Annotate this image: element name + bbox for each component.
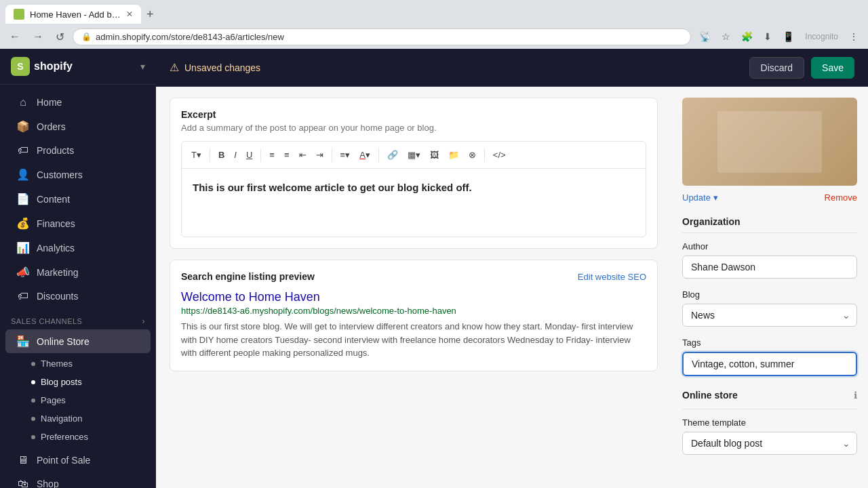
store-dropdown-icon[interactable]: ▾ <box>140 61 145 72</box>
save-button[interactable]: Save <box>811 57 854 79</box>
table-button[interactable]: ▦ ▾ <box>403 147 425 163</box>
sales-channels-section: Sales channels › <box>0 308 156 329</box>
sidebar-item-content[interactable]: 📄 Content <box>5 187 151 211</box>
sidebar-item-label: Content <box>37 194 70 205</box>
phone-icon[interactable]: 📱 <box>778 28 798 45</box>
sidebar-header: S shopify ▾ <box>0 49 156 85</box>
sidebar-subitem-navigation[interactable]: Navigation <box>31 409 156 428</box>
table-icon: ▦ <box>408 150 416 160</box>
blog-select[interactable]: News Main Blog Updates <box>682 304 857 327</box>
unsaved-label: Unsaved changes <box>184 62 260 73</box>
source-button[interactable]: </> <box>489 147 510 163</box>
tab-close-button[interactable]: ✕ <box>126 9 133 19</box>
extension-icon[interactable]: 🧩 <box>737 28 757 45</box>
text-color-button[interactable]: A ▾ <box>355 147 374 163</box>
right-panel: Update ▾ Remove Organization Author Blog <box>671 87 868 488</box>
menu-button[interactable]: ⋮ <box>845 28 863 45</box>
online-store-section: Online store ℹ Theme template Default bl… <box>682 390 857 455</box>
sidebar-subitem-pages[interactable]: Pages <box>31 391 156 409</box>
list-ordered-button[interactable]: ≡ <box>280 147 294 163</box>
cast-icon[interactable]: 📡 <box>695 28 715 45</box>
browser-chrome: Home Haven - Add blog post · ✕ + ← → ↺ 🔒… <box>0 0 868 49</box>
sidebar-item-discounts[interactable]: 🏷 Discounts <box>5 285 151 308</box>
sidebar-subitem-preferences[interactable]: Preferences <box>31 428 156 446</box>
image-button[interactable]: 🖼 <box>426 147 443 163</box>
bookmark-icon[interactable]: ☆ <box>717 28 734 45</box>
logo-text: shopify <box>34 60 73 73</box>
sidebar-item-point-of-sale[interactable]: 🖥 Point of Sale <box>5 449 151 472</box>
sidebar-item-label: Customers <box>37 169 83 180</box>
subitem-label: Pages <box>41 395 66 405</box>
author-field-row: Author <box>682 241 857 279</box>
sidebar-nav: ⌂ Home 📦 Orders 🏷 Products 👤 Customers 📄… <box>0 85 156 488</box>
tab-title: Home Haven - Add blog post · <box>30 9 121 20</box>
dot-icon <box>31 435 35 439</box>
sidebar-item-label: Orders <box>37 121 66 132</box>
align-button[interactable]: ≡ ▾ <box>336 147 355 163</box>
online-store-title: Online store <box>682 390 738 401</box>
sidebar-subitem-blog-posts[interactable]: Blog posts <box>31 373 156 391</box>
download-icon[interactable]: ⬇ <box>760 28 776 45</box>
sidebar-item-finances[interactable]: 💰 Finances <box>5 211 151 235</box>
sidebar: S shopify ▾ ⌂ Home 📦 Orders 🏷 Products 👤… <box>0 49 156 488</box>
tags-input[interactable] <box>682 352 857 376</box>
customers-icon: 👤 <box>16 168 30 181</box>
link-button[interactable]: 🔗 <box>383 147 402 163</box>
back-button[interactable]: ← <box>5 28 24 45</box>
update-image-button[interactable]: Update ▾ <box>682 192 718 203</box>
subitem-label: Blog posts <box>41 377 82 387</box>
chevron-down-icon: ▾ <box>416 150 420 160</box>
new-tab-button[interactable]: + <box>141 5 159 24</box>
excerpt-hint: Add a summary of the post to appear on y… <box>181 123 646 133</box>
main-content: Excerpt Add a summary of the post to app… <box>156 87 868 488</box>
theme-template-select[interactable]: Default blog post Custom template <box>682 432 857 455</box>
info-icon[interactable]: ℹ <box>854 390 857 401</box>
chevron-down-icon: ▾ <box>345 150 350 160</box>
toolbar-divider-3 <box>332 148 332 162</box>
seo-preview-title[interactable]: Welcome to Home Haven <box>181 290 646 304</box>
embed-button[interactable]: ⊗ <box>465 147 480 163</box>
forward-button[interactable]: → <box>28 28 47 45</box>
featured-image-preview <box>682 98 857 186</box>
sidebar-item-home[interactable]: ⌂ Home <box>5 91 151 114</box>
bold-button[interactable]: B <box>214 147 229 163</box>
excerpt-text: This is our first welcome article to get… <box>193 182 472 193</box>
dot-icon <box>31 399 35 403</box>
sidebar-subitem-themes[interactable]: Themes <box>31 354 156 373</box>
address-bar[interactable]: 🔒 admin.shopify.com/store/de8143-a6/arti… <box>73 28 691 45</box>
refresh-button[interactable]: ↺ <box>52 28 68 46</box>
blog-label: Blog <box>682 289 857 300</box>
tab-favicon <box>14 9 24 20</box>
list-unordered-button[interactable]: ≡ <box>265 147 279 163</box>
lock-icon: 🔒 <box>81 32 92 41</box>
text-style-button[interactable]: T ▾ <box>187 147 205 163</box>
tags-field-row: Tags <box>682 338 857 376</box>
image-actions: Update ▾ Remove <box>682 192 857 203</box>
excerpt-editor[interactable]: This is our first welcome article to get… <box>182 169 646 237</box>
underline-button[interactable]: U <box>242 147 256 163</box>
italic-button[interactable]: I <box>230 147 241 163</box>
theme-template-select-wrapper: Default blog post Custom template <box>682 432 857 455</box>
sidebar-item-marketing[interactable]: 📣 Marketing <box>5 260 151 284</box>
sidebar-item-customers[interactable]: 👤 Customers <box>5 163 151 186</box>
sidebar-item-shop[interactable]: 🛍 Shop <box>5 472 151 488</box>
sidebar-item-analytics[interactable]: 📊 Analytics <box>5 236 151 260</box>
sales-channels-label: Sales channels <box>11 317 82 325</box>
discard-button[interactable]: Discard <box>749 57 804 79</box>
sidebar-item-online-store[interactable]: 🏪 Online Store <box>5 329 151 353</box>
blog-select-wrapper: News Main Blog Updates <box>682 304 857 327</box>
active-tab[interactable]: Home Haven - Add blog post · ✕ <box>5 5 141 24</box>
file-button[interactable]: 📁 <box>444 147 463 163</box>
sidebar-item-products[interactable]: 🏷 Products <box>5 139 151 162</box>
seo-preview-card: Search engine listing preview Edit websi… <box>170 260 658 371</box>
address-text: admin.shopify.com/store/de8143-a6/articl… <box>96 32 284 42</box>
unsaved-changes-badge: ⚠ Unsaved changes <box>170 61 260 74</box>
edit-seo-link[interactable]: Edit website SEO <box>578 272 646 282</box>
remove-image-button[interactable]: Remove <box>825 192 857 203</box>
indent-increase-button[interactable]: ⇥ <box>312 147 328 163</box>
sidebar-item-label: Online Store <box>37 336 90 347</box>
sidebar-item-orders[interactable]: 📦 Orders <box>5 115 151 138</box>
expand-icon[interactable]: › <box>142 317 146 326</box>
indent-decrease-button[interactable]: ⇤ <box>295 147 311 163</box>
author-input[interactable] <box>682 256 857 279</box>
